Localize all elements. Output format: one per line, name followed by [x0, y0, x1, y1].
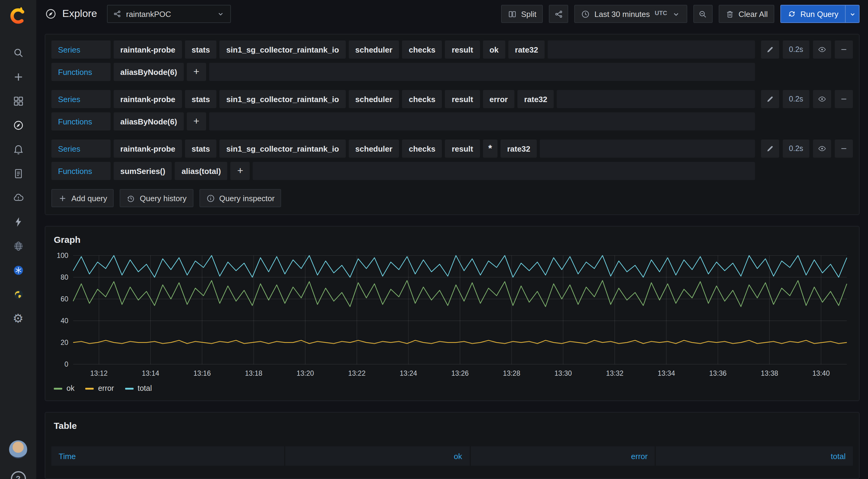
segment-filler[interactable]	[548, 40, 755, 59]
sidebar-item-worldping[interactable]	[5, 282, 31, 306]
segment[interactable]: stats	[185, 90, 217, 108]
segment[interactable]: result	[445, 90, 480, 108]
sidebar-item-plugin-globe[interactable]	[5, 234, 31, 258]
query-inspector-button[interactable]: Query inspector	[199, 189, 281, 207]
segment-filler[interactable]	[540, 140, 755, 158]
sidebar-item-lightning[interactable]	[5, 210, 31, 234]
x-axis-label: 13:28	[503, 369, 521, 377]
sidebar-item-search[interactable]	[5, 40, 31, 65]
segment[interactable]: stats	[185, 40, 217, 59]
remove-query-button[interactable]	[835, 40, 853, 59]
segment[interactable]: checks	[402, 90, 442, 108]
lightning-icon	[12, 216, 24, 228]
segment[interactable]: ok	[483, 40, 505, 59]
graph-canvas[interactable]: 02040608010013:1213:1413:1613:1813:2013:…	[51, 251, 853, 380]
query-toolbar: Add query Query history Query inspector	[51, 189, 853, 207]
segment[interactable]: sin1_sg_collector_raintank_io	[220, 90, 346, 108]
segment[interactable]: checks	[402, 40, 442, 59]
table-header-total[interactable]: total	[656, 446, 853, 466]
run-query-dropdown[interactable]	[845, 5, 859, 22]
sidebar-item-alerting[interactable]	[5, 137, 31, 161]
segment[interactable]: sin1_sg_collector_raintank_io	[220, 40, 346, 59]
table-header-ok[interactable]: ok	[285, 446, 469, 466]
datasource-picker[interactable]: raintankPOC	[107, 5, 230, 23]
legend-item-ok[interactable]: ok	[54, 384, 74, 392]
remove-query-button[interactable]	[835, 140, 853, 158]
share-button[interactable]	[549, 5, 568, 23]
series-label-button[interactable]: Series	[51, 40, 111, 59]
edit-query-button[interactable]	[761, 140, 779, 158]
segment-filler[interactable]	[209, 63, 755, 81]
segment[interactable]: result	[445, 40, 480, 59]
segment[interactable]: raintank-probe	[114, 90, 182, 108]
table-header-time[interactable]: Time	[51, 446, 284, 466]
functions-label-button[interactable]: Functions	[51, 63, 111, 81]
functions-label-button[interactable]: Functions	[51, 112, 111, 131]
run-query-button[interactable]: Run Query	[781, 5, 845, 22]
series-row: Seriesraintank-probestatssin1_sg_collect…	[51, 40, 755, 59]
add-function-button[interactable]: +	[187, 112, 206, 131]
segment[interactable]: alias(total)	[175, 162, 227, 180]
help-icon[interactable]: ?	[10, 471, 26, 479]
help-glyph: ?	[16, 474, 21, 479]
segment[interactable]: rate32	[508, 40, 545, 59]
add-function-button[interactable]: +	[187, 63, 206, 81]
zoom-out-button[interactable]	[693, 5, 712, 23]
segment[interactable]: checks	[402, 140, 442, 158]
sidebar-item-plugin-app[interactable]	[5, 258, 31, 282]
series-label-button[interactable]: Series	[51, 90, 111, 108]
segment[interactable]: stats	[185, 140, 217, 158]
table-panel-title: Table	[51, 417, 853, 437]
edit-query-button[interactable]	[761, 90, 779, 108]
segment[interactable]: scheduler	[349, 140, 399, 158]
trash-icon	[725, 9, 734, 19]
add-query-button[interactable]: Add query	[51, 189, 114, 207]
toggle-query-visibility-button[interactable]	[813, 140, 831, 158]
y-axis-label: 20	[60, 339, 68, 346]
segment[interactable]: sumSeries()	[114, 162, 172, 180]
grafana-logo[interactable]	[8, 5, 28, 25]
time-series-chart[interactable]: 02040608010013:1213:1413:1613:1813:2013:…	[51, 251, 853, 380]
sidebar-item-create[interactable]	[5, 65, 31, 89]
segment[interactable]: result	[445, 140, 480, 158]
x-axis-label: 13:40	[812, 369, 830, 377]
page-title-label: Explore	[62, 8, 97, 20]
sidebar-item-cloud[interactable]	[5, 185, 31, 210]
sidebar-item-dashboards[interactable]	[5, 89, 31, 113]
pencil-icon	[766, 45, 774, 54]
explore-toolbar: Explore raintankPOC Split	[36, 0, 868, 28]
segment[interactable]: error	[483, 90, 515, 108]
segment[interactable]: *	[483, 140, 497, 158]
toggle-query-visibility-button[interactable]	[813, 90, 831, 108]
segment-filler[interactable]	[253, 162, 755, 180]
page-title: Explore	[45, 8, 97, 20]
segment[interactable]: raintank-probe	[114, 40, 182, 59]
segment[interactable]: scheduler	[349, 40, 399, 59]
segment[interactable]: sin1_sg_collector_raintank_io	[220, 140, 346, 158]
time-picker[interactable]: Last 30 minutes UTC	[575, 5, 687, 23]
remove-query-button[interactable]	[835, 90, 853, 108]
segment[interactable]: aliasByNode(6)	[114, 112, 184, 131]
sidebar-item-explore[interactable]	[5, 113, 31, 137]
segment[interactable]: rate32	[518, 90, 554, 108]
functions-label-button[interactable]: Functions	[51, 162, 111, 180]
segment[interactable]: scheduler	[349, 90, 399, 108]
sidebar-item-settings[interactable]: ⚙	[5, 306, 31, 331]
toggle-query-visibility-button[interactable]	[813, 40, 831, 59]
legend-item-total[interactable]: total	[125, 384, 152, 392]
legend-item-error[interactable]: error	[85, 384, 114, 392]
query-history-button[interactable]: Query history	[120, 189, 193, 207]
sidebar-item-profile[interactable]	[5, 437, 31, 461]
series-label-button[interactable]: Series	[51, 140, 111, 158]
add-function-button[interactable]: +	[230, 162, 250, 180]
table-header-error[interactable]: error	[471, 446, 655, 466]
split-button[interactable]: Split	[501, 5, 543, 23]
clear-all-button[interactable]: Clear All	[718, 5, 774, 23]
segment[interactable]: rate32	[500, 140, 537, 158]
segment-filler[interactable]	[209, 112, 755, 131]
segment[interactable]: raintank-probe	[114, 140, 182, 158]
segment-filler[interactable]	[557, 90, 755, 108]
edit-query-button[interactable]	[761, 40, 779, 59]
segment[interactable]: aliasByNode(6)	[114, 63, 184, 81]
sidebar-item-docs[interactable]	[5, 161, 31, 185]
